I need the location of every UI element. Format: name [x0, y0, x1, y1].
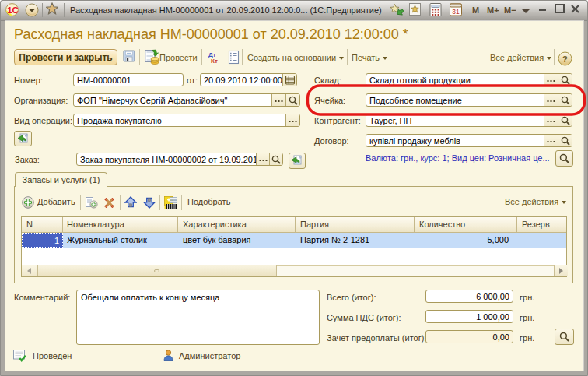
svg-text:31: 31 — [452, 8, 460, 16]
svg-text:Кт: Кт — [211, 58, 218, 65]
svg-text:1С: 1С — [7, 5, 19, 15]
svg-text:?: ? — [562, 54, 568, 64]
